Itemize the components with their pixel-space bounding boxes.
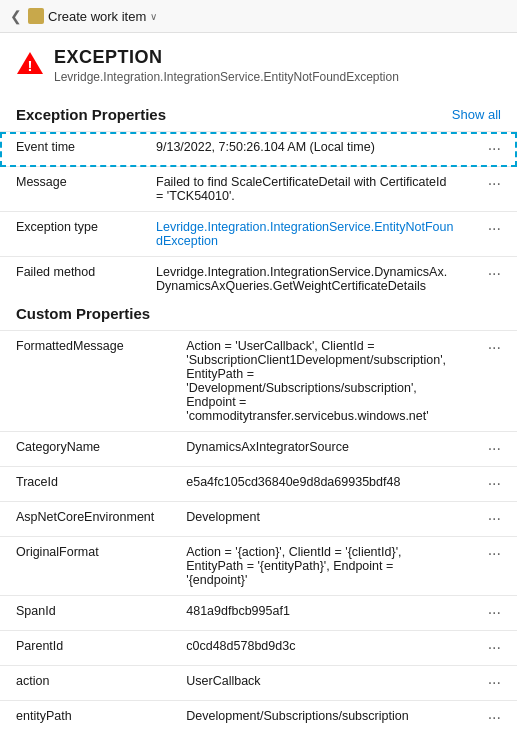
table-row: TraceIde5a4fc105cd36840e9d8da69935bdf48·… <box>0 467 517 502</box>
table-row: OriginalFormatAction = '{action}', Clien… <box>0 537 517 596</box>
table-row: ParentIdc0cd48d578bd9d3c··· <box>0 631 517 666</box>
property-value: Failed to find ScaleCertificateDetail wi… <box>140 167 472 212</box>
table-row: entityPathDevelopment/Subscriptions/subs… <box>0 701 517 736</box>
property-name: TraceId <box>0 467 170 502</box>
exception-properties-title: Exception Properties <box>16 106 166 123</box>
property-menu-button[interactable]: ··· <box>472 432 517 467</box>
property-name: Event time <box>0 132 140 167</box>
property-menu-button[interactable]: ··· <box>472 212 517 257</box>
property-menu-button[interactable]: ··· <box>472 467 517 502</box>
property-value: Levridge.Integration.IntegrationService.… <box>140 257 472 302</box>
exception-header: ! EXCEPTION Levridge.Integration.Integra… <box>0 33 517 94</box>
property-menu-button[interactable]: ··· <box>472 132 517 167</box>
property-value-link[interactable]: Levridge.Integration.IntegrationService.… <box>156 220 453 248</box>
property-value: Action = 'UserCallback', ClientId = 'Sub… <box>170 331 471 432</box>
property-menu-button[interactable]: ··· <box>472 701 517 736</box>
top-bar: ❮ Create work item ∨ <box>0 0 517 33</box>
property-name: action <box>0 666 170 701</box>
property-name: CategoryName <box>0 432 170 467</box>
table-row: Failed methodLevridge.Integration.Integr… <box>0 257 517 302</box>
exception-info: EXCEPTION Levridge.Integration.Integrati… <box>54 47 399 84</box>
property-value: 9/13/2022, 7:50:26.104 AM (Local time) <box>140 132 472 167</box>
property-menu-button[interactable]: ··· <box>472 666 517 701</box>
property-name: entityPath <box>0 701 170 736</box>
property-name: Message <box>0 167 140 212</box>
property-name: ParentId <box>0 631 170 666</box>
custom-properties-title: Custom Properties <box>16 305 150 322</box>
table-row: FormattedMessageAction = 'UserCallback',… <box>0 331 517 432</box>
exception-properties-header: Exception Properties Show all <box>0 94 517 131</box>
property-value: 481a9dfbcb995af1 <box>170 596 471 631</box>
table-row: AspNetCoreEnvironmentDevelopment··· <box>0 502 517 537</box>
custom-properties-header: Custom Properties <box>0 301 517 330</box>
show-all-link[interactable]: Show all <box>452 107 501 122</box>
property-menu-button[interactable]: ··· <box>472 331 517 432</box>
work-item-icon <box>28 8 44 24</box>
table-row: SpanId481a9dfbcb995af1··· <box>0 596 517 631</box>
property-name: FormattedMessage <box>0 331 170 432</box>
property-menu-button[interactable]: ··· <box>472 502 517 537</box>
svg-text:!: ! <box>28 57 33 74</box>
property-name: AspNetCoreEnvironment <box>0 502 170 537</box>
property-menu-button[interactable]: ··· <box>472 631 517 666</box>
property-value: Levridge.Integration.IntegrationService.… <box>140 212 472 257</box>
property-name: Exception type <box>0 212 140 257</box>
custom-properties-table: FormattedMessageAction = 'UserCallback',… <box>0 330 517 735</box>
exception-subtitle: Levridge.Integration.IntegrationService.… <box>54 70 399 84</box>
property-menu-button[interactable]: ··· <box>472 596 517 631</box>
exception-properties-table: Event time9/13/2022, 7:50:26.104 AM (Loc… <box>0 131 517 301</box>
warning-icon: ! <box>16 49 44 77</box>
property-value: UserCallback <box>170 666 471 701</box>
create-work-item-button[interactable]: Create work item ∨ <box>28 8 157 24</box>
back-chevron-icon[interactable]: ❮ <box>10 8 22 24</box>
table-row: actionUserCallback··· <box>0 666 517 701</box>
table-row: Event time9/13/2022, 7:50:26.104 AM (Loc… <box>0 132 517 167</box>
property-menu-button[interactable]: ··· <box>472 257 517 302</box>
chevron-down-icon: ∨ <box>150 11 157 22</box>
table-row: Exception typeLevridge.Integration.Integ… <box>0 212 517 257</box>
property-name: Failed method <box>0 257 140 302</box>
property-value: Development/Subscriptions/subscription <box>170 701 471 736</box>
property-value: e5a4fc105cd36840e9d8da69935bdf48 <box>170 467 471 502</box>
property-value: c0cd48d578bd9d3c <box>170 631 471 666</box>
property-value: DynamicsAxIntegratorSource <box>170 432 471 467</box>
exception-title: EXCEPTION <box>54 47 399 68</box>
property-value: Development <box>170 502 471 537</box>
property-value: Action = '{action}', ClientId = '{client… <box>170 537 471 596</box>
property-name: SpanId <box>0 596 170 631</box>
table-row: CategoryNameDynamicsAxIntegratorSource··… <box>0 432 517 467</box>
create-work-item-label: Create work item <box>48 9 146 24</box>
table-row: MessageFailed to find ScaleCertificateDe… <box>0 167 517 212</box>
property-menu-button[interactable]: ··· <box>472 537 517 596</box>
property-menu-button[interactable]: ··· <box>472 167 517 212</box>
property-name: OriginalFormat <box>0 537 170 596</box>
